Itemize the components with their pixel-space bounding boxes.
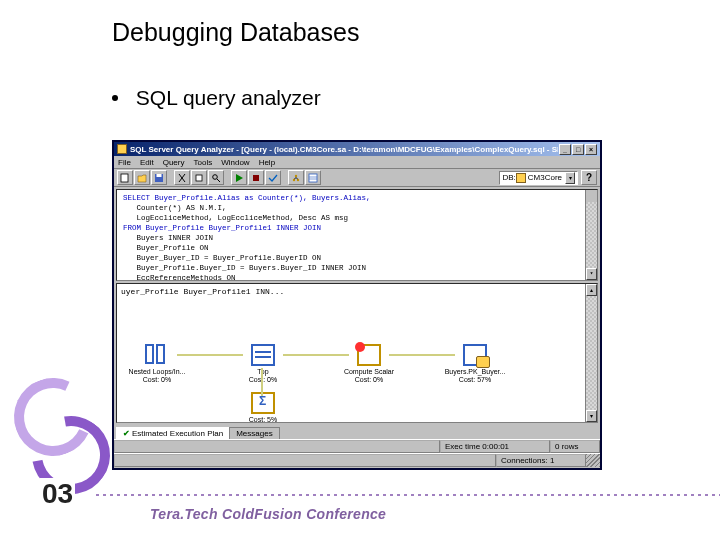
plan-arrow — [177, 354, 243, 356]
plan-op-cost: Cost: 57% — [439, 376, 511, 384]
scroll-down-icon[interactable]: ▾ — [586, 268, 597, 280]
slide: Debugging Databases SQL query analyzer S… — [0, 0, 720, 540]
svg-point-7 — [295, 174, 297, 176]
stream-icon — [251, 392, 275, 414]
sql-line: Buyer_Profile.Buyer_ID = Buyers.Buyer_ID… — [123, 264, 366, 272]
minimize-button[interactable]: _ — [559, 144, 571, 155]
help-button[interactable]: ? — [581, 170, 597, 185]
plan-operator[interactable]: Nested Loops/In...Cost: 0% — [121, 344, 193, 384]
app-icon — [117, 144, 127, 154]
svg-line-5 — [217, 179, 220, 182]
sql-line: FROM Buyer_Profile Buyer_Profile1 INNER … — [123, 224, 321, 232]
svg-rect-6 — [253, 175, 259, 181]
sql-line: Buyer_Buyer_ID = Buyer_Profile.BuyerID O… — [123, 254, 321, 262]
sql-line: EccReferenceMethods ON — [123, 274, 236, 281]
status-exec-time: Exec time 0:00:01 — [440, 440, 550, 453]
chevron-down-icon[interactable]: ▾ — [565, 172, 575, 184]
menu-edit[interactable]: Edit — [140, 158, 154, 167]
footer-dotted-line — [96, 494, 720, 496]
scroll-down-icon[interactable]: ▾ — [586, 410, 597, 422]
status-connections: Connections: 1 — [496, 454, 586, 467]
run-icon[interactable] — [231, 170, 247, 185]
sql-line: Counter(*) AS N.M.I, — [123, 204, 227, 212]
status-blank — [114, 440, 440, 453]
stop-icon[interactable] — [248, 170, 264, 185]
plan-scrollbar[interactable]: ▴ ▾ — [585, 284, 597, 422]
scalar-icon — [357, 344, 381, 366]
plan-operator[interactable]: Compute ScalarCost: 0% — [333, 344, 405, 384]
svg-point-8 — [293, 178, 295, 180]
titlebar[interactable]: SQL Server Query Analyzer - [Query - (lo… — [114, 142, 600, 156]
toolbar: DB: CM3Core ▾ ? — [114, 169, 600, 187]
new-icon[interactable] — [117, 170, 133, 185]
statusbar-1: Exec time 0:00:01 0 rows — [114, 439, 600, 453]
menu-file[interactable]: File — [118, 158, 131, 167]
execution-plan-pane[interactable]: uyer_Profile Buyer_Profile1 INN... Neste… — [116, 283, 598, 423]
results-icon[interactable] — [305, 170, 321, 185]
plan-arrow — [283, 354, 349, 356]
tab-messages[interactable]: Messages — [229, 427, 279, 439]
plan-arrow — [261, 368, 263, 396]
plan-op-name: Compute Scalar — [333, 368, 405, 376]
cfun-logo: 03 — [12, 370, 122, 520]
nested-icon — [145, 344, 169, 366]
status-blank2 — [114, 454, 496, 467]
sql-line: SELECT Buyer_Profile.Alias as Counter(*)… — [123, 194, 371, 202]
close-button[interactable]: × — [585, 144, 597, 155]
svg-rect-0 — [121, 174, 128, 182]
sql-line: LogEccliceMethod, LogEccliceMethod, Desc… — [123, 214, 348, 222]
db-label: DB: — [502, 173, 515, 182]
seek-icon — [463, 344, 487, 366]
sql-editor[interactable]: SELECT Buyer_Profile.Alias as Counter(*)… — [116, 189, 598, 281]
menubar: File Edit Query Tools Window Help — [114, 156, 600, 169]
database-icon — [516, 173, 526, 183]
plan-op-name: Nested Loops/In... — [121, 368, 193, 376]
screenshot-window: SQL Server Query Analyzer - [Query - (lo… — [112, 140, 602, 470]
tab-label: Estimated Execution Plan — [132, 429, 223, 438]
plan-operator[interactable]: TopCost: 0% — [227, 344, 299, 384]
status-rows: 0 rows — [550, 440, 600, 453]
open-icon[interactable] — [134, 170, 150, 185]
menu-help[interactable]: Help — [259, 158, 275, 167]
database-select[interactable]: DB: CM3Core ▾ — [499, 171, 578, 185]
plan-header: uyer_Profile Buyer_Profile1 INN... — [121, 287, 284, 296]
plan-operator[interactable]: Buyers.PK_Buyer...Cost: 57% — [439, 344, 511, 384]
svg-rect-10 — [309, 174, 317, 182]
table-icon — [251, 344, 275, 366]
bullet-dot — [112, 95, 118, 101]
bullet-text: SQL query analyzer — [136, 86, 321, 109]
plan-icon[interactable] — [288, 170, 304, 185]
tab-execution-plan[interactable]: ✔Estimated Execution Plan — [116, 427, 230, 439]
menu-window[interactable]: Window — [221, 158, 249, 167]
menu-query[interactable]: Query — [163, 158, 185, 167]
resize-grip-icon[interactable] — [586, 454, 600, 467]
db-value: CM3Core — [528, 173, 562, 182]
plan-op-cost: Cost: 0% — [333, 376, 405, 384]
sql-scrollbar[interactable]: ▴ ▾ — [585, 190, 597, 280]
plan-op-cost: Cost: 0% — [121, 376, 193, 384]
footer-brand: Tera.Tech ColdFusion Conference — [150, 506, 386, 522]
plan-arrow — [389, 354, 455, 356]
clear-icon[interactable] — [191, 170, 207, 185]
plan-op-name: Buyers.PK_Buyer... — [439, 368, 511, 376]
logo-year: 03 — [40, 478, 75, 510]
slide-title: Debugging Databases — [112, 18, 359, 47]
bullet-row: SQL query analyzer — [112, 85, 321, 110]
svg-rect-2 — [157, 174, 162, 177]
menu-tools[interactable]: Tools — [193, 158, 212, 167]
svg-rect-3 — [196, 175, 202, 181]
maximize-button[interactable]: □ — [572, 144, 584, 155]
result-tabs: ✔Estimated Execution Plan Messages — [116, 425, 598, 439]
statusbar-2: Connections: 1 — [114, 453, 600, 467]
plan-op-cost: Cost: 0% — [227, 376, 299, 384]
svg-point-4 — [213, 174, 218, 179]
sql-line: Buyers INNER JOIN — [123, 234, 213, 242]
plan-operator[interactable]: Cost: 5% — [227, 392, 299, 423]
plan-op-name: Top — [227, 368, 299, 376]
save-icon[interactable] — [151, 170, 167, 185]
scroll-up-icon[interactable]: ▴ — [586, 284, 597, 296]
sql-line: Buyer_Profile ON — [123, 244, 209, 252]
parse-icon[interactable] — [265, 170, 281, 185]
find-icon[interactable] — [208, 170, 224, 185]
cut-icon[interactable] — [174, 170, 190, 185]
